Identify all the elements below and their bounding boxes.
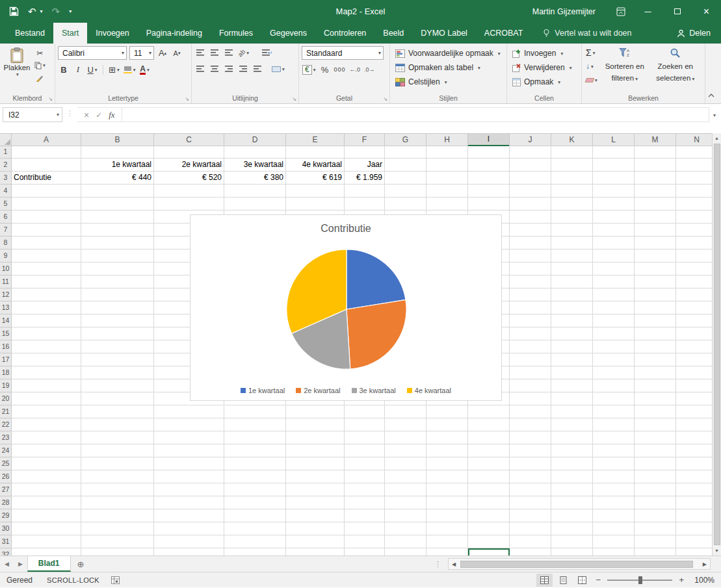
cell-B10[interactable] bbox=[81, 262, 154, 275]
cell-I1[interactable] bbox=[468, 146, 510, 159]
cell-G21[interactable] bbox=[385, 405, 426, 418]
formula-input[interactable] bbox=[122, 107, 709, 122]
font-name-select[interactable]: Calibri ▾ bbox=[58, 46, 127, 60]
increase-font-button[interactable]: A▴ bbox=[157, 47, 168, 60]
cell-G30[interactable] bbox=[385, 522, 426, 535]
cell-K2[interactable] bbox=[551, 159, 593, 172]
cell-J1[interactable] bbox=[510, 146, 551, 159]
cell-H32[interactable] bbox=[426, 548, 468, 556]
page-layout-view-button[interactable] bbox=[555, 574, 571, 587]
close-button[interactable]: × bbox=[692, 0, 721, 23]
cell-M28[interactable] bbox=[635, 496, 676, 509]
cell-N21[interactable] bbox=[676, 405, 712, 418]
format-cells-button[interactable]: Opmaak ▾ bbox=[510, 75, 579, 89]
row-header-18[interactable]: 18 bbox=[0, 366, 12, 379]
share-button[interactable]: Delen bbox=[677, 23, 721, 44]
cell-B5[interactable] bbox=[81, 198, 154, 211]
cell-N23[interactable] bbox=[676, 431, 712, 444]
sheet-nav-right-icon[interactable]: ▶ bbox=[14, 556, 27, 572]
cell-C23[interactable] bbox=[154, 431, 224, 444]
cell-K3[interactable] bbox=[551, 172, 593, 185]
cell-M20[interactable] bbox=[635, 392, 676, 405]
cell-A10[interactable] bbox=[12, 262, 81, 275]
cell-K22[interactable] bbox=[551, 418, 593, 431]
cell-C31[interactable] bbox=[154, 535, 224, 548]
cell-J21[interactable] bbox=[510, 405, 551, 418]
ribbon-display-options-icon[interactable] bbox=[609, 7, 633, 16]
cell-D27[interactable] bbox=[224, 483, 286, 496]
cell-A18[interactable] bbox=[12, 366, 81, 379]
format-painter-button[interactable] bbox=[34, 73, 46, 82]
row-header-25[interactable]: 25 bbox=[0, 457, 12, 470]
cell-J24[interactable] bbox=[510, 444, 551, 457]
cell-A24[interactable] bbox=[12, 444, 81, 457]
cell-M7[interactable] bbox=[635, 224, 676, 236]
cell-C4[interactable] bbox=[154, 185, 224, 198]
cell-C3[interactable]: € 520 bbox=[154, 172, 224, 185]
cell-N30[interactable] bbox=[676, 522, 712, 535]
row-header-6[interactable]: 6 bbox=[0, 211, 12, 224]
cell-M24[interactable] bbox=[635, 444, 676, 457]
cell-D31[interactable] bbox=[224, 535, 286, 548]
cell-M9[interactable] bbox=[635, 249, 676, 262]
decrease-font-button[interactable]: A▾ bbox=[171, 47, 183, 60]
cell-G5[interactable] bbox=[385, 198, 426, 211]
cell-A6[interactable] bbox=[12, 211, 81, 224]
cell-D23[interactable] bbox=[224, 431, 286, 444]
cell-K11[interactable] bbox=[551, 275, 593, 288]
cell-K31[interactable] bbox=[551, 535, 593, 548]
cell-L31[interactable] bbox=[593, 535, 635, 548]
row-header-19[interactable]: 19 bbox=[0, 379, 12, 392]
sheet-tab-blad1[interactable]: Blad1 bbox=[27, 556, 71, 572]
column-header-H[interactable]: H bbox=[426, 134, 468, 146]
cell-L23[interactable] bbox=[593, 431, 635, 444]
horizontal-scrollbar[interactable]: ◀ ▶ bbox=[448, 558, 711, 570]
cell-M10[interactable] bbox=[635, 262, 676, 275]
cell-M32[interactable] bbox=[635, 548, 676, 556]
collapse-ribbon-icon[interactable] bbox=[708, 88, 714, 100]
cell-B4[interactable] bbox=[81, 185, 154, 198]
align-middle-button[interactable] bbox=[209, 46, 220, 59]
cell-N32[interactable] bbox=[676, 548, 712, 556]
row-header-31[interactable]: 31 bbox=[0, 535, 12, 548]
cell-M12[interactable] bbox=[635, 288, 676, 301]
cell-C5[interactable] bbox=[154, 198, 224, 211]
cell-J32[interactable] bbox=[510, 548, 551, 556]
cell-A4[interactable] bbox=[12, 185, 81, 198]
align-top-button[interactable] bbox=[194, 46, 206, 59]
cell-J5[interactable] bbox=[510, 198, 551, 211]
maximize-button[interactable] bbox=[662, 0, 692, 23]
cell-L8[interactable] bbox=[593, 236, 635, 249]
column-header-I[interactable]: I bbox=[468, 134, 510, 146]
column-header-L[interactable]: L bbox=[593, 134, 635, 146]
cell-N4[interactable] bbox=[676, 185, 712, 198]
column-header-K[interactable]: K bbox=[551, 134, 593, 146]
cell-B6[interactable] bbox=[81, 211, 154, 224]
record-macro-icon[interactable] bbox=[111, 576, 120, 584]
cell-E1[interactable] bbox=[286, 146, 345, 159]
tab-formules[interactable]: Formules bbox=[211, 23, 261, 44]
user-name[interactable]: Martin Gijzemijter bbox=[532, 7, 596, 16]
cell-K21[interactable] bbox=[551, 405, 593, 418]
cell-D24[interactable] bbox=[224, 444, 286, 457]
row-header-16[interactable]: 16 bbox=[0, 340, 12, 353]
cell-N15[interactable] bbox=[676, 327, 712, 340]
cell-N24[interactable] bbox=[676, 444, 712, 457]
cell-F1[interactable] bbox=[345, 146, 385, 159]
cancel-icon[interactable]: × bbox=[84, 110, 89, 120]
cell-J13[interactable] bbox=[510, 301, 551, 314]
row-header-17[interactable]: 17 bbox=[0, 353, 12, 366]
row-header-10[interactable]: 10 bbox=[0, 262, 12, 275]
column-header-F[interactable]: F bbox=[345, 134, 385, 146]
cell-L15[interactable] bbox=[593, 327, 635, 340]
row-header-15[interactable]: 15 bbox=[0, 327, 12, 340]
cell-B27[interactable] bbox=[81, 483, 154, 496]
alignment-dialog-launcher-icon[interactable]: ↘ bbox=[292, 96, 296, 102]
cell-L22[interactable] bbox=[593, 418, 635, 431]
cell-K32[interactable] bbox=[551, 548, 593, 556]
cell-G4[interactable] bbox=[385, 185, 426, 198]
cell-J20[interactable] bbox=[510, 392, 551, 405]
cell-H23[interactable] bbox=[426, 431, 468, 444]
cell-B25[interactable] bbox=[81, 457, 154, 470]
cell-N8[interactable] bbox=[676, 236, 712, 249]
